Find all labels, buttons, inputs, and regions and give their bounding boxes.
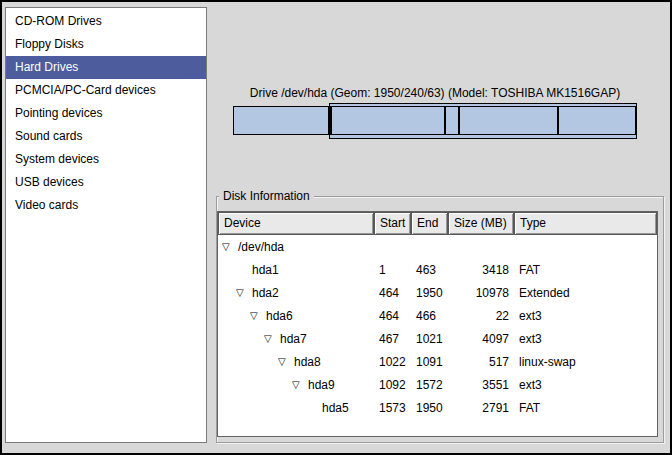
sidebar-item-system-devices[interactable]: System devices xyxy=(6,148,206,171)
table-row-hda2[interactable]: ▽hda2464195010978Extended xyxy=(218,281,657,304)
column-header-type[interactable]: Type xyxy=(514,212,657,235)
column-header-end[interactable]: End xyxy=(411,212,448,235)
expander-open-icon[interactable]: ▽ xyxy=(236,288,252,298)
table-row-hda5[interactable]: ▽hda5157319502791FAT xyxy=(218,396,657,419)
table-body: ▽/dev/hda▽hda114633418FAT▽hda24641950109… xyxy=(218,235,657,419)
cell-device: ▽hda6 xyxy=(218,309,374,323)
sidebar-item-usb-devices[interactable]: USB devices xyxy=(6,171,206,194)
column-header-device[interactable]: Device xyxy=(218,212,374,235)
table-row-hda7[interactable]: ▽hda746710214097ext3 xyxy=(218,327,657,350)
sidebar-item-cd-rom-drives[interactable]: CD-ROM Drives xyxy=(6,10,206,33)
cell-end: 466 xyxy=(411,309,448,323)
device-name: hda9 xyxy=(308,378,335,392)
cell-type: FAT xyxy=(514,401,657,415)
cell-device: ▽hda7 xyxy=(218,332,374,346)
sidebar-item-hard-drives[interactable]: Hard Drives xyxy=(6,56,206,79)
sidebar-item-video-cards[interactable]: Video cards xyxy=(6,194,206,217)
cell-size: 517 xyxy=(448,355,514,369)
device-name: hda2 xyxy=(252,286,279,300)
device-name: hda7 xyxy=(280,332,307,346)
cell-start: 1022 xyxy=(374,355,411,369)
column-header-start[interactable]: Start xyxy=(374,212,411,235)
cell-type: ext3 xyxy=(514,378,657,392)
partition-segment-hda8 xyxy=(445,106,459,135)
table-row-hda1[interactable]: ▽hda114633418FAT xyxy=(218,258,657,281)
partition-bar xyxy=(233,103,637,139)
partition-segment-hda9 xyxy=(459,106,558,135)
sidebar-item-pointing-devices[interactable]: Pointing devices xyxy=(6,102,206,125)
sidebar-item-floppy-disks[interactable]: Floppy Disks xyxy=(6,33,206,56)
cell-end: 1091 xyxy=(411,355,448,369)
partition-segment-hda7 xyxy=(331,106,445,135)
cell-device: ▽hda8 xyxy=(218,355,374,369)
cell-type: Extended xyxy=(514,286,657,300)
device-name: hda8 xyxy=(294,355,321,369)
column-header-size-mb-[interactable]: Size (MB) xyxy=(448,212,514,235)
cell-start: 1092 xyxy=(374,378,411,392)
cell-start: 1573 xyxy=(374,401,411,415)
device-name: hda5 xyxy=(322,401,349,415)
expander-open-icon[interactable]: ▽ xyxy=(278,357,294,367)
sidebar-item-sound-cards[interactable]: Sound cards xyxy=(6,125,206,148)
expander-open-icon[interactable]: ▽ xyxy=(292,380,308,390)
device-category-list: CD-ROM DrivesFloppy DisksHard DrivesPCMC… xyxy=(5,7,207,443)
cell-size: 2791 xyxy=(448,401,514,415)
cell-type: linux-swap xyxy=(514,355,657,369)
cell-size: 10978 xyxy=(448,286,514,300)
partition-segment-hda1 xyxy=(233,106,329,135)
cell-size: 3418 xyxy=(448,263,514,277)
table-row-hda9[interactable]: ▽hda9109215723551ext3 xyxy=(218,373,657,396)
cell-device: ▽/dev/hda xyxy=(218,240,374,254)
table-header-row: DeviceStartEndSize (MB)Type xyxy=(218,212,657,235)
cell-start: 464 xyxy=(374,286,411,300)
cell-start: 1 xyxy=(374,263,411,277)
cell-end: 463 xyxy=(411,263,448,277)
drive-geometry-label: Drive /dev/hda (Geom: 1950/240/63) (Mode… xyxy=(233,86,637,100)
cell-device: ▽hda2 xyxy=(218,286,374,300)
cell-end: 1950 xyxy=(411,401,448,415)
partition-segment-hda5 xyxy=(558,106,636,135)
cell-end: 1572 xyxy=(411,378,448,392)
device-name: /dev/hda xyxy=(238,240,284,254)
table-row--dev-hda[interactable]: ▽/dev/hda xyxy=(218,235,657,258)
cell-start: 464 xyxy=(374,309,411,323)
cell-device: ▽hda9 xyxy=(218,378,374,392)
partition-segment-hda2 xyxy=(329,103,637,139)
sidebar-item-pcmcia-pc-card-devices[interactable]: PCMCIA/PC-Card devices xyxy=(6,79,206,102)
cell-type: ext3 xyxy=(514,309,657,323)
cell-size: 22 xyxy=(448,309,514,323)
table-row-hda8[interactable]: ▽hda810221091517linux-swap xyxy=(218,350,657,373)
cell-size: 3551 xyxy=(448,378,514,392)
hardware-browser-window: CD-ROM DrivesFloppy DisksHard DrivesPCMC… xyxy=(0,0,672,455)
cell-start: 467 xyxy=(374,332,411,346)
cell-end: 1021 xyxy=(411,332,448,346)
cell-type: FAT xyxy=(514,263,657,277)
device-name: hda1 xyxy=(252,263,279,277)
expander-open-icon[interactable]: ▽ xyxy=(250,311,266,321)
cell-device: ▽hda1 xyxy=(218,263,374,277)
cell-device: ▽hda5 xyxy=(218,401,374,415)
cell-size: 4097 xyxy=(448,332,514,346)
device-name: hda6 xyxy=(266,309,293,323)
table-row-hda6[interactable]: ▽hda646446622ext3 xyxy=(218,304,657,327)
cell-end: 1950 xyxy=(411,286,448,300)
cell-type: ext3 xyxy=(514,332,657,346)
expander-open-icon[interactable]: ▽ xyxy=(222,242,238,252)
disk-information-frame-label: Disk Information xyxy=(219,189,314,203)
expander-open-icon[interactable]: ▽ xyxy=(264,334,280,344)
disk-information-table: DeviceStartEndSize (MB)Type ▽/dev/hda▽hd… xyxy=(217,211,658,437)
